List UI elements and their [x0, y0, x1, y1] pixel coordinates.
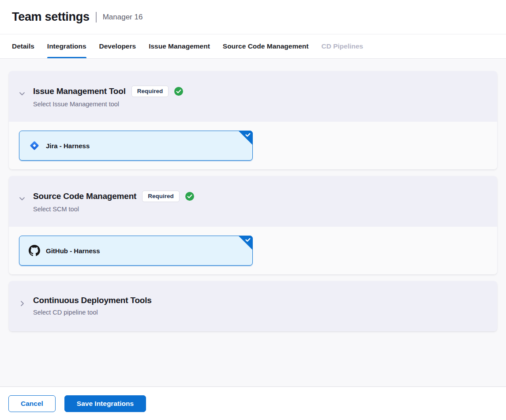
- section-header: Issue Management Tool Required Select Is…: [9, 71, 497, 122]
- tab-developers[interactable]: Developers: [99, 34, 136, 58]
- integrations-panel: Issue Management Tool Required Select Is…: [0, 59, 506, 386]
- chevron-down-icon[interactable]: [18, 195, 26, 202]
- section-subtitle: Select CD pipeline tool: [33, 309, 152, 316]
- tab-integrations[interactable]: Integrations: [47, 34, 86, 58]
- page-subtitle: Manager 16: [103, 13, 143, 22]
- tab-details[interactable]: Details: [12, 34, 34, 58]
- section-body: Jira - Harness: [9, 122, 497, 169]
- section-continuous-deployment-tools: Continuous Deployment Tools Select CD pi…: [9, 281, 497, 331]
- footer-action-bar: Cancel Save Integrations: [0, 386, 506, 420]
- title-divider: [96, 12, 97, 22]
- section-body: GitHub - Harness: [9, 227, 497, 274]
- jira-icon: [29, 140, 40, 151]
- check-circle-icon: [185, 192, 194, 201]
- selected-check-icon: [238, 131, 253, 145]
- chevron-right-icon[interactable]: [18, 300, 26, 308]
- section-subtitle: Select Issue Management tool: [33, 101, 183, 108]
- tab-source-code-management[interactable]: Source Code Management: [223, 34, 309, 58]
- tool-card-label: GitHub - Harness: [46, 247, 100, 255]
- save-integrations-button[interactable]: Save Integrations: [64, 395, 146, 412]
- selected-check-icon: [238, 236, 253, 250]
- page-title: Team settings: [12, 10, 90, 24]
- cancel-button[interactable]: Cancel: [8, 395, 56, 412]
- check-circle-icon: [174, 87, 183, 96]
- section-subtitle: Select SCM tool: [33, 206, 194, 213]
- github-icon: [29, 245, 40, 256]
- section-title: Source Code Management: [33, 191, 136, 201]
- section-title: Issue Management Tool: [33, 86, 126, 96]
- tab-bar: Details Integrations Developers Issue Ma…: [0, 34, 506, 59]
- section-header: Continuous Deployment Tools Select CD pi…: [9, 281, 497, 331]
- page-header: Team settings Manager 16: [0, 0, 506, 34]
- section-source-code-management: Source Code Management Required Select S…: [9, 176, 497, 274]
- section-header: Source Code Management Required Select S…: [9, 176, 497, 227]
- chevron-down-icon[interactable]: [18, 90, 26, 98]
- section-title: Continuous Deployment Tools: [33, 296, 152, 305]
- tool-card-jira[interactable]: Jira - Harness: [19, 131, 253, 161]
- tool-card-label: Jira - Harness: [46, 142, 90, 150]
- tab-issue-management[interactable]: Issue Management: [149, 34, 210, 58]
- tab-cd-pipelines: CD Pipelines: [321, 34, 363, 58]
- required-badge: Required: [142, 191, 180, 202]
- section-issue-management-tool: Issue Management Tool Required Select Is…: [9, 71, 497, 169]
- tool-card-github[interactable]: GitHub - Harness: [19, 236, 253, 266]
- required-badge: Required: [131, 86, 169, 97]
